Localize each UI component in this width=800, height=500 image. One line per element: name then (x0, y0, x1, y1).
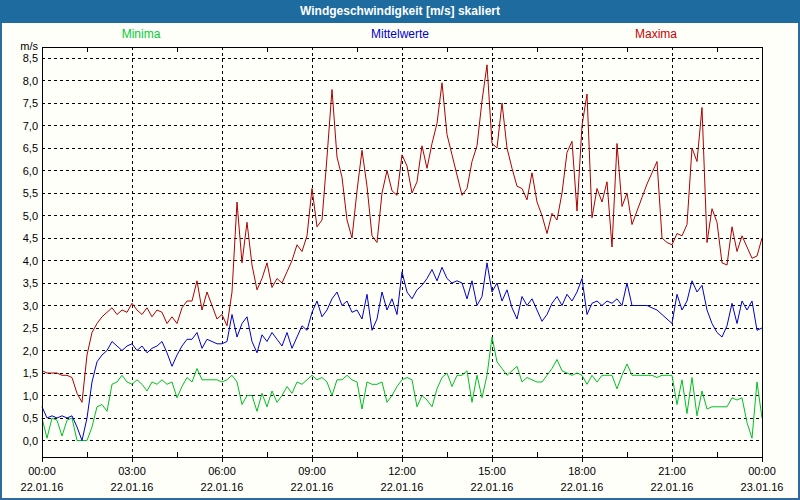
x-tick-time-label: 15:00 (478, 465, 506, 477)
y-tick-label: 2,0 (23, 345, 38, 357)
y-tick-label: 4,5 (23, 232, 38, 244)
series-line-minima (42, 337, 762, 441)
y-tick-label: 5,5 (23, 187, 38, 199)
y-tick-label: 3,5 (23, 277, 38, 289)
x-tick-date-label: 22.01.16 (21, 481, 64, 493)
window-title: Windgeschwindigkeit [m/s] skaliert (300, 4, 500, 18)
legend-label-mittelwerte: Mittelwerte (340, 27, 460, 41)
x-tick-time-label: 00:00 (748, 465, 776, 477)
y-tick-label: 8,5 (23, 52, 38, 64)
x-tick-time-label: 00:00 (28, 465, 56, 477)
x-tick-date-label: 22.01.16 (651, 481, 694, 493)
y-tick-label: 1,0 (23, 390, 38, 402)
x-tick-date-label: 22.01.16 (201, 481, 244, 493)
legend-label-minima: Minima (81, 27, 201, 41)
x-tick-time-label: 12:00 (388, 465, 416, 477)
y-tick-label: 2,5 (23, 322, 38, 334)
x-tick-time-label: 18:00 (568, 465, 596, 477)
y-tick-label: 0,5 (23, 412, 38, 424)
x-tick-date-label: 22.01.16 (561, 481, 604, 493)
gridlines (42, 47, 762, 457)
y-tick-label: 4,0 (23, 255, 38, 267)
x-tick-date-label: 23.01.16 (741, 481, 784, 493)
x-tick-time-label: 06:00 (208, 465, 236, 477)
y-tick-label: 5,0 (23, 210, 38, 222)
x-tick-time-label: 21:00 (658, 465, 686, 477)
y-tick-label: 7,5 (23, 97, 38, 109)
x-tick-time-label: 09:00 (298, 465, 326, 477)
window-title-bar: Windgeschwindigkeit [m/s] skaliert (0, 0, 800, 23)
x-tick-date-label: 22.01.16 (471, 481, 514, 493)
y-tick-label: 8,0 (23, 75, 38, 87)
y-axis-unit-label: m/s (0, 40, 38, 52)
x-tick-date-label: 22.01.16 (111, 481, 154, 493)
legend-label-maxima: Maxima (596, 27, 716, 41)
x-tick-time-label: 03:00 (118, 465, 146, 477)
y-tick-label: 1,5 (23, 367, 38, 379)
wind-speed-chart: 0,00,51,01,52,02,53,03,54,04,55,05,56,06… (0, 0, 800, 500)
y-tick-label: 3,0 (23, 300, 38, 312)
y-tick-label: 0,0 (23, 435, 38, 447)
y-tick-label: 6,5 (23, 142, 38, 154)
x-tick-date-label: 22.01.16 (381, 481, 424, 493)
x-tick-date-label: 22.01.16 (291, 481, 334, 493)
y-tick-label: 7,0 (23, 120, 38, 132)
y-tick-label: 6,0 (23, 165, 38, 177)
